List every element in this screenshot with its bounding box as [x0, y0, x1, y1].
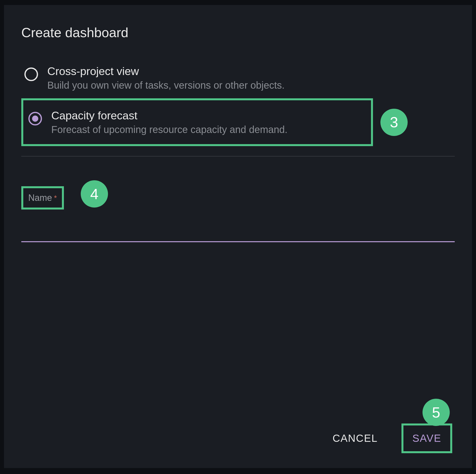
cancel-button[interactable]: CANCEL [324, 425, 387, 451]
svg-point-0 [25, 68, 37, 80]
required-asterisk-icon: * [54, 194, 57, 202]
radio-title-cross-project: Cross-project view [47, 65, 285, 78]
name-input[interactable] [21, 217, 455, 242]
step-badge-4: 4 [81, 180, 108, 208]
highlight-capacity-forecast: Capacity forecast Forecast of upcoming r… [21, 98, 373, 146]
name-field-section: Name * 4 [21, 186, 455, 242]
radio-labels: Cross-project view Build you own view of… [47, 65, 285, 91]
radio-checked-icon [28, 111, 43, 126]
save-button[interactable]: SAVE [403, 425, 450, 451]
radio-option-cross-project[interactable]: Cross-project view Build you own view of… [21, 60, 455, 96]
name-label: Name [28, 193, 52, 203]
radio-unchecked-icon [24, 67, 39, 82]
step-badge-5: 5 [423, 399, 450, 426]
radio-option-capacity-forecast[interactable]: Capacity forecast Forecast of upcoming r… [21, 98, 373, 146]
radio-description-capacity-forecast: Forecast of upcoming resource capacity a… [51, 124, 288, 135]
dialog-title: Create dashboard [21, 25, 455, 40]
save-button-highlight: SAVE [401, 423, 452, 453]
radio-title-capacity-forecast: Capacity forecast [51, 109, 288, 122]
radio-labels: Capacity forecast Forecast of upcoming r… [51, 109, 288, 135]
spacer [21, 242, 455, 423]
name-label-highlight: Name * [21, 186, 64, 210]
step-badge-3: 3 [380, 109, 408, 136]
svg-point-2 [32, 116, 38, 122]
create-dashboard-dialog: Create dashboard Cross-project view Buil… [4, 5, 472, 468]
dialog-actions: 5 CANCEL SAVE [21, 423, 455, 458]
divider [21, 156, 455, 157]
radio-description-cross-project: Build you own view of tasks, versions or… [47, 80, 285, 91]
